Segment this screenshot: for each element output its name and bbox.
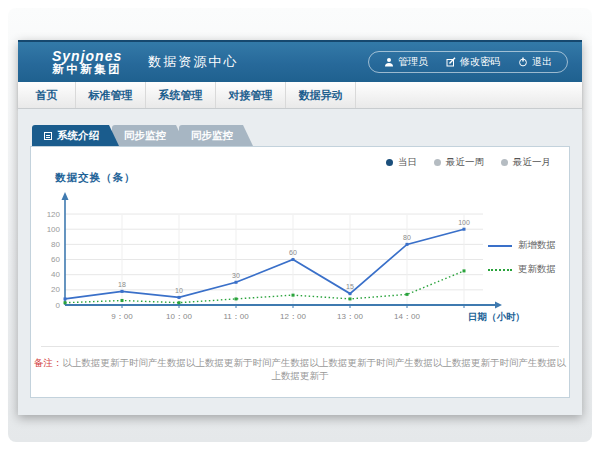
svg-text:80: 80 bbox=[51, 240, 60, 249]
svg-text:120: 120 bbox=[47, 210, 61, 219]
app-window: Synjones 新中新集团 数据资源中心 管理员 修改密码 退出 bbox=[18, 40, 582, 415]
app-title: 数据资源中心 bbox=[148, 53, 238, 71]
svg-text:20: 20 bbox=[51, 285, 60, 294]
user-pill: 管理员 修改密码 退出 bbox=[368, 51, 568, 73]
content-card: 当日 最近一周 最近一月 数据交换（条） 0204060801001209：00… bbox=[30, 146, 570, 398]
change-password-label: 修改密码 bbox=[460, 55, 500, 69]
dotted-line-icon bbox=[488, 269, 512, 271]
svg-text:12：00: 12：00 bbox=[280, 312, 306, 321]
svg-text:30: 30 bbox=[232, 272, 240, 279]
filter-label: 当日 bbox=[398, 156, 417, 169]
svg-text:11：00: 11：00 bbox=[223, 312, 249, 321]
y-axis-label: 数据交换（条） bbox=[55, 171, 136, 185]
svg-text:40: 40 bbox=[51, 270, 60, 279]
radio-dot-icon bbox=[434, 159, 441, 166]
svg-text:14：00: 14：00 bbox=[394, 312, 420, 321]
brand-name: Synjones bbox=[52, 49, 122, 64]
nav-item-home[interactable]: 首页 bbox=[18, 82, 76, 108]
app-header: Synjones 新中新集团 数据资源中心 管理员 修改密码 退出 bbox=[18, 40, 582, 82]
user-menu-admin[interactable]: 管理员 bbox=[375, 55, 437, 69]
filter-last-week[interactable]: 最近一周 bbox=[434, 156, 484, 169]
filter-last-month[interactable]: 最近一月 bbox=[501, 156, 551, 169]
svg-text:100: 100 bbox=[458, 219, 470, 226]
tab-label: 系统介绍 bbox=[57, 125, 99, 146]
logout-button[interactable]: 退出 bbox=[509, 55, 561, 69]
legend-item-new-data: 新增数据 bbox=[488, 239, 556, 252]
legend-item-update-data: 更新数据 bbox=[488, 263, 556, 276]
filter-label: 最近一月 bbox=[513, 156, 551, 169]
document-icon bbox=[44, 132, 52, 140]
nav-item-interface-mgmt[interactable]: 对接管理 bbox=[216, 82, 286, 108]
nav-item-data-change[interactable]: 数据异动 bbox=[286, 82, 356, 108]
svg-text:13：00: 13：00 bbox=[337, 312, 363, 321]
svg-text:100: 100 bbox=[47, 225, 61, 234]
footnote: 备注：以上数据更新于时间产生数据以上数据更新于时间产生数据以上数据更新于时间产生… bbox=[31, 357, 569, 383]
note-text: 以上数据更新于时间产生数据以上数据更新于时间产生数据以上数据更新于时间产生数据以… bbox=[63, 357, 567, 381]
svg-text:日期（小时）: 日期（小时） bbox=[468, 311, 525, 323]
person-icon bbox=[384, 57, 394, 67]
filter-label: 最近一周 bbox=[446, 156, 484, 169]
svg-text:0: 0 bbox=[56, 301, 61, 310]
logout-label: 退出 bbox=[532, 55, 552, 69]
tab-sync-monitor-2[interactable]: 同步监控 bbox=[179, 125, 253, 146]
chart-legend: 新增数据 更新数据 bbox=[488, 239, 556, 287]
radio-dot-icon bbox=[501, 159, 508, 166]
tab-bar: 系统介绍 同步监控 同步监控 bbox=[32, 125, 582, 146]
power-icon bbox=[518, 57, 528, 67]
filter-today[interactable]: 当日 bbox=[386, 156, 417, 169]
svg-text:10：00: 10：00 bbox=[166, 312, 192, 321]
svg-text:60: 60 bbox=[289, 249, 297, 256]
line-chart: 0204060801001209：0010：0011：0012：0013：001… bbox=[45, 189, 527, 339]
svg-text:10: 10 bbox=[175, 287, 183, 294]
note-divider bbox=[41, 346, 559, 347]
brand-logo: Synjones 新中新集团 bbox=[52, 49, 122, 76]
radio-dot-icon bbox=[386, 159, 393, 166]
solid-line-icon bbox=[488, 245, 512, 247]
change-password-button[interactable]: 修改密码 bbox=[437, 55, 509, 69]
nav-item-system-mgmt[interactable]: 系统管理 bbox=[146, 82, 216, 108]
brand-company: 新中新集团 bbox=[52, 63, 122, 75]
tab-sync-monitor-1[interactable]: 同步监控 bbox=[112, 125, 186, 146]
legend-label: 新增数据 bbox=[518, 239, 556, 252]
edit-icon bbox=[446, 57, 456, 67]
tab-label: 同步监控 bbox=[191, 125, 233, 146]
svg-text:9：00: 9：00 bbox=[111, 312, 133, 321]
user-name: 管理员 bbox=[398, 55, 428, 69]
svg-text:15: 15 bbox=[346, 283, 354, 290]
legend-label: 更新数据 bbox=[518, 263, 556, 276]
note-prefix: 备注： bbox=[34, 357, 63, 368]
svg-text:80: 80 bbox=[403, 234, 411, 241]
tab-system-intro[interactable]: 系统介绍 bbox=[32, 125, 119, 146]
tab-label: 同步监控 bbox=[124, 125, 166, 146]
chart-container: 0204060801001209：0010：0011：0012：0013：001… bbox=[45, 189, 527, 343]
nav-item-standard-mgmt[interactable]: 标准管理 bbox=[76, 82, 146, 108]
svg-text:60: 60 bbox=[51, 255, 60, 264]
svg-text:18: 18 bbox=[118, 281, 126, 288]
main-nav: 首页 标准管理 系统管理 对接管理 数据异动 bbox=[18, 82, 582, 109]
content-area: 系统介绍 同步监控 同步监控 当日 最近一周 bbox=[18, 109, 582, 415]
range-filters: 当日 最近一周 最近一月 bbox=[386, 156, 551, 169]
